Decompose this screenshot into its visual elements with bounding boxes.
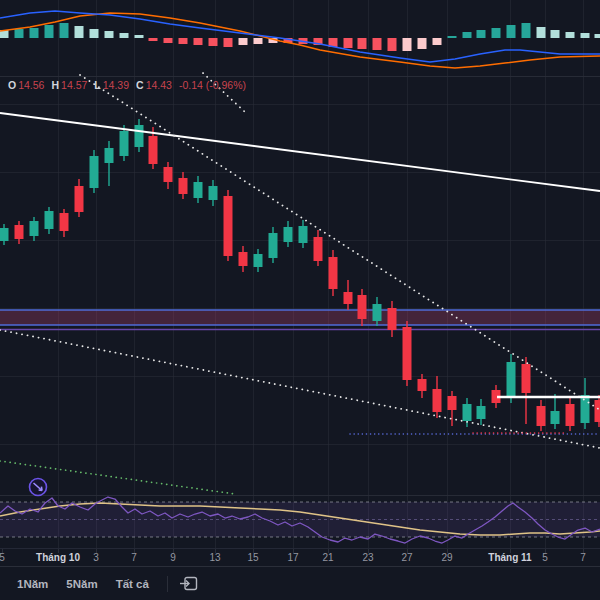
candle [522,364,531,393]
high-value: 14.57 [61,79,87,91]
candle [45,211,54,229]
time-label: 5 [542,552,548,563]
macd-histogram-bar [507,25,516,38]
time-label: 23 [362,552,373,563]
macd-histogram-bar [179,38,188,44]
candle [90,156,99,188]
change-value: -0.14 (-0.96%) [179,79,246,91]
candle [209,186,218,200]
macd-histogram-bar [149,38,158,41]
open-label: O [8,79,16,91]
candle [537,406,546,426]
range-button-group: 1Năm5NămTất cả [8,574,158,594]
candle [0,228,9,241]
macd-histogram-bar [448,36,457,38]
ohlc-legend: O14.56H14.57L14.39C14.43-0.14 (-0.96%) [8,79,246,91]
macd-histogram-bar [403,38,412,51]
time-label: 7 [131,552,137,563]
macd-histogram-bar [522,23,531,38]
time-label: 7 [580,552,586,563]
toolbar-divider [167,576,168,592]
range-button-all[interactable]: Tất cả [107,574,158,594]
candle [507,362,516,397]
macd-histogram-bar [239,38,248,45]
low-value: 14.39 [103,79,129,91]
macd-histogram-bar [373,38,382,50]
range-button-1year[interactable]: 1Năm [8,574,57,594]
projection-arrow-icon[interactable] [30,479,47,496]
candle [358,295,367,319]
macd-histogram-bar [194,38,203,45]
goto-date-button[interactable] [177,573,201,594]
candle [314,237,323,261]
candle [164,167,173,182]
macd-histogram-bar [358,38,367,49]
candle [179,178,188,194]
candle [388,308,397,330]
macd-histogram-bar [120,33,129,38]
macd-histogram-bar [90,29,99,38]
candle [194,182,203,198]
candle [463,404,472,421]
macd-histogram-bar [537,27,546,38]
macd-histogram-bar [388,38,397,51]
macd-histogram-bar [344,38,353,48]
macd-histogram-bar [492,28,501,38]
time-label: 3 [93,552,99,563]
time-label: 13 [209,552,220,563]
macd-histogram-bar [135,35,144,38]
macd-histogram-bar [164,38,173,43]
candle [551,411,560,424]
macd-histogram-bar [433,38,442,45]
zone-fill [0,310,600,325]
open-value: 14.56 [18,79,44,91]
candle [566,404,575,426]
candle [595,400,600,422]
time-label: 5 [0,552,5,563]
candle [30,221,39,236]
candle [403,327,412,380]
candle [329,257,338,289]
candle [373,304,382,321]
candle [60,213,69,231]
time-label: 27 [401,552,412,563]
time-axis[interactable]: 5Tháng 1037913151721232729Tháng 1157 [0,548,600,567]
candle [344,292,353,304]
trading-chart-window: O14.56H14.57L14.39C14.43-0.14 (-0.96%) 5… [0,0,600,600]
bottom-toolbar: 1Năm5NămTất cả [0,566,600,600]
candle [75,186,84,212]
time-label: 21 [322,552,333,563]
macd-histogram-bar [30,28,39,38]
close-value: 14.43 [146,79,172,91]
macd-histogram-bar [551,30,560,38]
candle [269,233,278,258]
candle [448,396,457,410]
candle [299,226,308,243]
close-label: C [136,79,144,91]
candle [581,395,590,423]
macd-histogram-bar [254,38,263,44]
candle [477,406,486,419]
macd-histogram-bar [463,32,472,38]
range-button-5year[interactable]: 5Năm [57,574,106,594]
candle [15,225,24,239]
macd-histogram-bar [60,23,69,38]
high-label: H [51,79,59,91]
candle [149,136,158,164]
time-label: 29 [441,552,452,563]
macd-histogram-bar [224,38,233,47]
candle [135,125,144,147]
candle [254,254,263,267]
macd-histogram-bar [477,30,486,38]
candle [433,389,442,412]
time-label: 9 [170,552,176,563]
candle [105,148,114,163]
rsi-pane[interactable] [0,497,600,543]
candle [418,379,427,391]
time-label: 17 [287,552,298,563]
candle [284,227,293,242]
macd-histogram-bar [15,29,24,38]
macd-histogram-bar [595,34,600,38]
macd-histogram-bar [45,25,54,38]
calendar-goto-icon [180,576,198,591]
